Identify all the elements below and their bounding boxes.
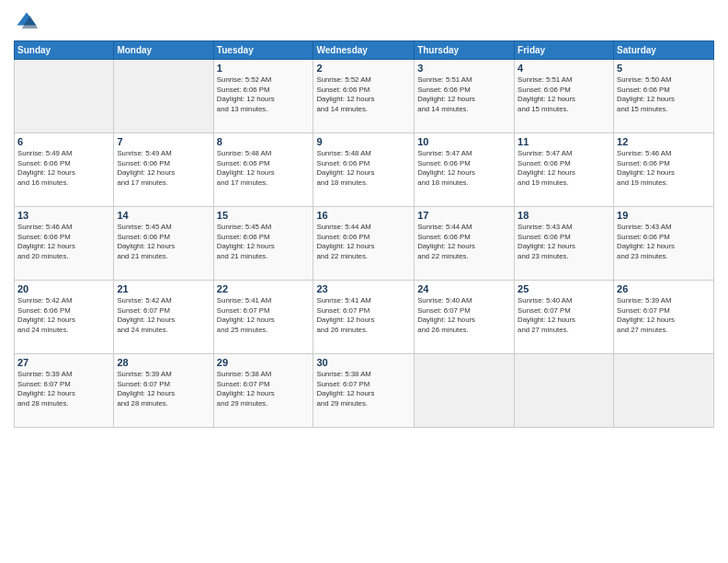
day-info: Sunrise: 5:42 AM Sunset: 6:07 PM Dayligh… (117, 296, 210, 335)
day-info: Sunrise: 5:51 AM Sunset: 6:06 PM Dayligh… (417, 75, 511, 114)
calendar-cell: 27Sunrise: 5:39 AM Sunset: 6:07 PM Dayli… (15, 354, 114, 428)
day-number: 14 (117, 210, 210, 221)
week-row-0: 1Sunrise: 5:52 AM Sunset: 6:06 PM Daylig… (15, 60, 714, 133)
calendar-cell (15, 60, 114, 133)
day-number: 17 (417, 210, 511, 221)
calendar-cell: 7Sunrise: 5:49 AM Sunset: 6:06 PM Daylig… (114, 133, 213, 207)
calendar-cell: 6Sunrise: 5:49 AM Sunset: 6:06 PM Daylig… (15, 133, 114, 207)
day-number: 28 (117, 357, 210, 368)
day-info: Sunrise: 5:44 AM Sunset: 6:06 PM Dayligh… (316, 223, 411, 261)
day-info: Sunrise: 5:43 AM Sunset: 6:06 PM Dayligh… (617, 223, 711, 261)
day-info: Sunrise: 5:44 AM Sunset: 6:06 PM Dayligh… (417, 223, 511, 261)
day-number: 27 (17, 357, 110, 368)
calendar-cell: 10Sunrise: 5:47 AM Sunset: 6:06 PM Dayli… (415, 133, 515, 207)
calendar-cell: 19Sunrise: 5:43 AM Sunset: 6:06 PM Dayli… (614, 207, 714, 281)
day-info: Sunrise: 5:43 AM Sunset: 6:06 PM Dayligh… (518, 223, 610, 261)
day-number: 23 (316, 283, 411, 294)
calendar-cell: 1Sunrise: 5:52 AM Sunset: 6:06 PM Daylig… (213, 60, 313, 133)
logo-icon (14, 9, 40, 35)
day-info: Sunrise: 5:40 AM Sunset: 6:07 PM Dayligh… (518, 296, 610, 335)
day-header-sunday: Sunday (15, 41, 114, 60)
calendar-cell: 28Sunrise: 5:39 AM Sunset: 6:07 PM Dayli… (114, 354, 213, 428)
day-number: 8 (217, 136, 311, 147)
day-number: 3 (417, 63, 511, 74)
day-header-friday: Friday (515, 41, 614, 60)
day-number: 13 (17, 210, 110, 221)
week-row-3: 20Sunrise: 5:42 AM Sunset: 6:06 PM Dayli… (15, 281, 714, 354)
day-number: 29 (217, 357, 311, 368)
calendar-cell: 13Sunrise: 5:46 AM Sunset: 6:06 PM Dayli… (15, 207, 114, 281)
header-row: SundayMondayTuesdayWednesdayThursdayFrid… (15, 41, 714, 60)
day-number: 25 (518, 283, 610, 294)
day-info: Sunrise: 5:48 AM Sunset: 6:06 PM Dayligh… (217, 149, 311, 188)
day-info: Sunrise: 5:39 AM Sunset: 6:07 PM Dayligh… (17, 370, 110, 408)
day-info: Sunrise: 5:52 AM Sunset: 6:06 PM Dayligh… (316, 75, 411, 114)
day-info: Sunrise: 5:40 AM Sunset: 6:07 PM Dayligh… (417, 296, 511, 335)
calendar-cell: 20Sunrise: 5:42 AM Sunset: 6:06 PM Dayli… (15, 281, 114, 354)
calendar-cell: 16Sunrise: 5:44 AM Sunset: 6:06 PM Dayli… (313, 207, 415, 281)
calendar-cell: 3Sunrise: 5:51 AM Sunset: 6:06 PM Daylig… (415, 60, 515, 133)
calendar-cell (614, 354, 714, 428)
day-number: 24 (417, 283, 511, 294)
day-number: 16 (316, 210, 411, 221)
day-number: 6 (17, 136, 110, 147)
calendar-cell: 14Sunrise: 5:45 AM Sunset: 6:06 PM Dayli… (114, 207, 213, 281)
day-info: Sunrise: 5:41 AM Sunset: 6:07 PM Dayligh… (316, 296, 411, 335)
calendar: SundayMondayTuesdayWednesdayThursdayFrid… (14, 40, 714, 428)
calendar-cell: 23Sunrise: 5:41 AM Sunset: 6:07 PM Dayli… (313, 281, 415, 354)
calendar-cell: 12Sunrise: 5:46 AM Sunset: 6:06 PM Dayli… (614, 133, 714, 207)
week-row-4: 27Sunrise: 5:39 AM Sunset: 6:07 PM Dayli… (15, 354, 714, 428)
calendar-cell: 22Sunrise: 5:41 AM Sunset: 6:07 PM Dayli… (213, 281, 313, 354)
day-number: 4 (518, 63, 610, 74)
calendar-cell: 2Sunrise: 5:52 AM Sunset: 6:06 PM Daylig… (313, 60, 415, 133)
calendar-cell: 24Sunrise: 5:40 AM Sunset: 6:07 PM Dayli… (415, 281, 515, 354)
day-info: Sunrise: 5:38 AM Sunset: 6:07 PM Dayligh… (316, 370, 411, 408)
day-info: Sunrise: 5:41 AM Sunset: 6:07 PM Dayligh… (217, 296, 311, 335)
week-row-1: 6Sunrise: 5:49 AM Sunset: 6:06 PM Daylig… (15, 133, 714, 207)
day-info: Sunrise: 5:47 AM Sunset: 6:06 PM Dayligh… (518, 149, 610, 188)
day-number: 1 (217, 63, 311, 74)
day-number: 12 (617, 136, 711, 147)
calendar-cell (415, 354, 515, 428)
day-header-tuesday: Tuesday (213, 41, 313, 60)
day-number: 26 (617, 283, 711, 294)
day-number: 20 (17, 283, 110, 294)
day-number: 9 (316, 136, 411, 147)
day-info: Sunrise: 5:42 AM Sunset: 6:06 PM Dayligh… (17, 296, 110, 335)
calendar-cell: 25Sunrise: 5:40 AM Sunset: 6:07 PM Dayli… (515, 281, 614, 354)
day-info: Sunrise: 5:46 AM Sunset: 6:06 PM Dayligh… (17, 223, 110, 261)
day-info: Sunrise: 5:39 AM Sunset: 6:07 PM Dayligh… (617, 296, 711, 335)
day-info: Sunrise: 5:48 AM Sunset: 6:06 PM Dayligh… (316, 149, 411, 188)
calendar-cell: 29Sunrise: 5:38 AM Sunset: 6:07 PM Dayli… (213, 354, 313, 428)
day-info: Sunrise: 5:38 AM Sunset: 6:07 PM Dayligh… (217, 370, 311, 408)
calendar-cell: 4Sunrise: 5:51 AM Sunset: 6:06 PM Daylig… (515, 60, 614, 133)
day-info: Sunrise: 5:50 AM Sunset: 6:06 PM Dayligh… (617, 75, 711, 114)
day-number: 2 (316, 63, 411, 74)
calendar-cell: 26Sunrise: 5:39 AM Sunset: 6:07 PM Dayli… (614, 281, 714, 354)
calendar-cell: 8Sunrise: 5:48 AM Sunset: 6:06 PM Daylig… (213, 133, 313, 207)
day-number: 22 (217, 283, 311, 294)
logo (14, 9, 43, 35)
day-number: 5 (617, 63, 711, 74)
day-header-saturday: Saturday (614, 41, 714, 60)
calendar-cell: 5Sunrise: 5:50 AM Sunset: 6:06 PM Daylig… (614, 60, 714, 133)
day-number: 30 (316, 357, 411, 368)
week-row-2: 13Sunrise: 5:46 AM Sunset: 6:06 PM Dayli… (15, 207, 714, 281)
day-header-thursday: Thursday (415, 41, 515, 60)
day-info: Sunrise: 5:45 AM Sunset: 6:06 PM Dayligh… (117, 223, 210, 261)
day-info: Sunrise: 5:49 AM Sunset: 6:06 PM Dayligh… (17, 149, 110, 188)
calendar-cell: 21Sunrise: 5:42 AM Sunset: 6:07 PM Dayli… (114, 281, 213, 354)
day-header-monday: Monday (114, 41, 213, 60)
day-info: Sunrise: 5:39 AM Sunset: 6:07 PM Dayligh… (117, 370, 210, 408)
calendar-cell: 30Sunrise: 5:38 AM Sunset: 6:07 PM Dayli… (313, 354, 415, 428)
page: SundayMondayTuesdayWednesdayThursdayFrid… (0, 0, 728, 563)
day-number: 11 (518, 136, 610, 147)
calendar-cell (114, 60, 213, 133)
calendar-cell: 15Sunrise: 5:45 AM Sunset: 6:06 PM Dayli… (213, 207, 313, 281)
day-header-wednesday: Wednesday (313, 41, 415, 60)
day-number: 19 (617, 210, 711, 221)
calendar-cell: 17Sunrise: 5:44 AM Sunset: 6:06 PM Dayli… (415, 207, 515, 281)
day-info: Sunrise: 5:47 AM Sunset: 6:06 PM Dayligh… (417, 149, 511, 188)
calendar-cell: 11Sunrise: 5:47 AM Sunset: 6:06 PM Dayli… (515, 133, 614, 207)
day-number: 7 (117, 136, 210, 147)
